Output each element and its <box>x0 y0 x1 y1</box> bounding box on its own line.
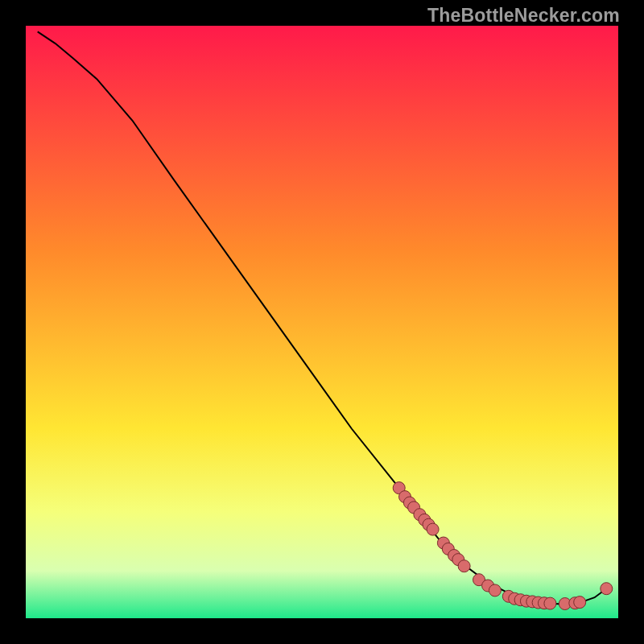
curve-line <box>38 31 607 604</box>
data-dot <box>601 583 613 595</box>
data-dot <box>574 597 586 609</box>
data-dot <box>427 523 439 535</box>
data-dot <box>489 584 501 597</box>
watermark-text: TheBottleNecker.com <box>427 5 620 27</box>
data-dot <box>458 560 470 572</box>
plot-overlay <box>26 26 618 618</box>
chart-stage: TheBottleNecker.com <box>0 0 644 644</box>
data-dot <box>544 597 556 609</box>
